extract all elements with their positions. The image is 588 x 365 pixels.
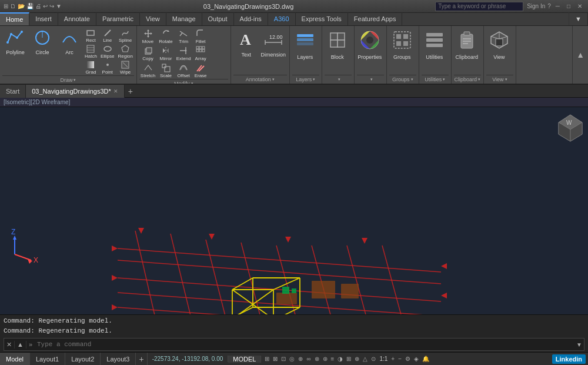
doc-tab-add-button[interactable]: + <box>125 85 136 97</box>
qprops-toggle[interactable]: ⊞ <box>345 356 352 362</box>
tab-featured-apps[interactable]: Featured Apps <box>348 12 403 25</box>
tab-output[interactable]: Output <box>202 12 234 25</box>
gradient-button[interactable]: Grad <box>83 60 98 75</box>
rectangle-button[interactable]: Rect <box>83 28 98 44</box>
wipeout-button[interactable]: Wipe <box>116 60 133 75</box>
transparency-toggle[interactable]: ◑ <box>336 356 344 362</box>
tab-add-ins[interactable]: Add-ins <box>234 12 268 25</box>
lweight-toggle[interactable]: ≡ <box>330 356 336 362</box>
ducs-toggle[interactable]: ⊗ <box>313 356 320 362</box>
quick-access-more[interactable]: ▼ <box>56 3 62 9</box>
erase-button[interactable]: Erase <box>193 62 208 79</box>
polyline-button[interactable]: Polyline <box>2 28 28 57</box>
dimension-button[interactable]: 12.00 Dimension <box>260 28 286 59</box>
arc-button[interactable]: Arc <box>56 28 82 57</box>
text-button[interactable]: A Text <box>233 28 259 59</box>
snap-toggle[interactable]: ⊠ <box>272 356 279 362</box>
scale-button[interactable]: Scale <box>158 62 174 79</box>
canvas-area[interactable]: Z X <box>0 107 588 314</box>
quick-access-open[interactable]: 📂 <box>18 3 25 9</box>
utilities-group-label[interactable]: Utilities ▾ <box>422 75 449 84</box>
scale-display[interactable]: 1:1 <box>378 356 389 362</box>
view-cube[interactable]: W <box>556 112 582 138</box>
trim-button[interactable]: Trim <box>175 28 192 45</box>
win-minimize-button[interactable]: ─ <box>553 3 562 9</box>
view-group-label[interactable]: View ▾ <box>486 75 513 84</box>
command-scroll-button[interactable]: ▼ <box>574 341 584 348</box>
array-button[interactable]: Array <box>193 45 208 62</box>
point-button[interactable]: Point <box>99 60 116 75</box>
help-icon[interactable]: ? <box>547 3 551 9</box>
tab-insert[interactable]: Insert <box>29 12 58 25</box>
command-input-field[interactable] <box>35 341 574 348</box>
tab-home[interactable]: Home <box>0 12 29 25</box>
spline-button[interactable]: Spline <box>116 28 133 44</box>
tab-annotate[interactable]: Annotate <box>58 12 96 25</box>
grid-toggle[interactable]: ⊞ <box>263 356 270 362</box>
doc-tab-close-icon[interactable]: ✕ <box>113 88 118 94</box>
sign-in-button[interactable]: Sign In <box>527 3 545 9</box>
doc-tab-start[interactable]: Start <box>0 85 26 98</box>
tab-express-tools[interactable]: Express Tools <box>296 12 348 25</box>
tab-layout3[interactable]: Layout3 <box>101 353 136 365</box>
clipboard-group-label[interactable]: Clipboard ▾ <box>454 75 481 84</box>
tab-parametric[interactable]: Parametric <box>96 12 140 25</box>
fillet-button[interactable]: Fillet <box>193 28 208 45</box>
polar-toggle[interactable]: ◎ <box>288 356 296 362</box>
tab-view[interactable]: View <box>140 12 166 25</box>
clipboard-button[interactable]: Clipboard <box>454 28 480 61</box>
ellipse-button[interactable]: Ellipse <box>99 44 116 59</box>
isolate-icon[interactable]: ◈ <box>413 356 420 362</box>
quick-access-save[interactable]: 💾 <box>26 3 34 9</box>
otrack-toggle[interactable]: ∞ <box>305 356 312 362</box>
hatch-button[interactable]: Hatch <box>83 44 98 59</box>
region-button[interactable]: Region <box>116 44 133 59</box>
groups-button[interactable]: Groups <box>389 28 415 61</box>
3dosnap-toggle[interactable]: △ <box>362 356 369 362</box>
move-button[interactable]: Move <box>139 28 156 45</box>
groups-group-label[interactable]: Groups ▾ <box>389 75 416 84</box>
annotation-group-label[interactable]: Annotation ▾ <box>233 75 287 84</box>
draw-group-label[interactable]: Draw ▾ <box>2 75 134 84</box>
offset-button[interactable]: Offset <box>175 62 192 79</box>
block-button[interactable]: Block <box>325 28 350 61</box>
doc-tab-main[interactable]: 03_NavigatingDrawings3D* ✕ <box>26 85 125 98</box>
modify-group-label[interactable]: Modify ▾ <box>139 79 228 85</box>
command-up-button[interactable]: ▲ <box>15 341 26 349</box>
tab-layout2[interactable]: Layout2 <box>65 353 101 365</box>
quick-access-print[interactable]: 🖨 <box>35 3 41 9</box>
view-button[interactable]: View <box>486 28 512 61</box>
tab-layout1[interactable]: Layout1 <box>30 353 65 365</box>
rotate-button[interactable]: Rotate <box>158 28 174 45</box>
notification-icon[interactable]: 🔔 <box>421 356 430 362</box>
minus-icon[interactable]: − <box>397 356 403 362</box>
ortho-toggle[interactable]: ⊡ <box>280 356 287 362</box>
stretch-button[interactable]: Stretch <box>139 62 156 79</box>
properties-button[interactable]: Properties <box>357 28 383 61</box>
workspace-icon[interactable]: ⚙ <box>404 356 412 362</box>
layout-tab-add-button[interactable]: + <box>136 353 147 365</box>
circle-button[interactable]: Circle <box>29 28 55 57</box>
block-group-label[interactable]: ▾ <box>325 75 352 84</box>
dyn-toggle[interactable]: ⊛ <box>322 356 329 362</box>
win-close-button[interactable]: ✕ <box>575 3 584 9</box>
tab-a360[interactable]: A360 <box>268 12 296 25</box>
search-input[interactable] <box>435 2 523 11</box>
utilities-button[interactable]: Utilities <box>422 28 447 61</box>
line-button[interactable]: Line <box>99 28 116 44</box>
layers-group-label[interactable]: Layers ▾ <box>292 75 319 84</box>
dynucs-toggle[interactable]: ⊙ <box>370 356 377 362</box>
mirror-button[interactable]: Mirror <box>158 45 174 62</box>
quick-access-new[interactable]: 🗋 <box>10 3 16 9</box>
command-close-button[interactable]: ✕ <box>4 341 15 349</box>
tab-customize[interactable]: ▼ <box>569 12 588 25</box>
copy-button[interactable]: Copy <box>139 45 156 62</box>
plus-icon[interactable]: + <box>390 356 396 362</box>
quick-access-undo[interactable]: ↩ <box>43 3 48 9</box>
quick-access-redo[interactable]: ↪ <box>49 3 54 9</box>
extend-button[interactable]: Extend <box>175 45 192 62</box>
layers-button[interactable]: Layers <box>292 28 318 61</box>
ribbon-collapse-button[interactable]: ▲ <box>576 50 584 59</box>
tab-model[interactable]: Model <box>0 353 30 365</box>
tab-manage[interactable]: Manage <box>166 12 202 25</box>
